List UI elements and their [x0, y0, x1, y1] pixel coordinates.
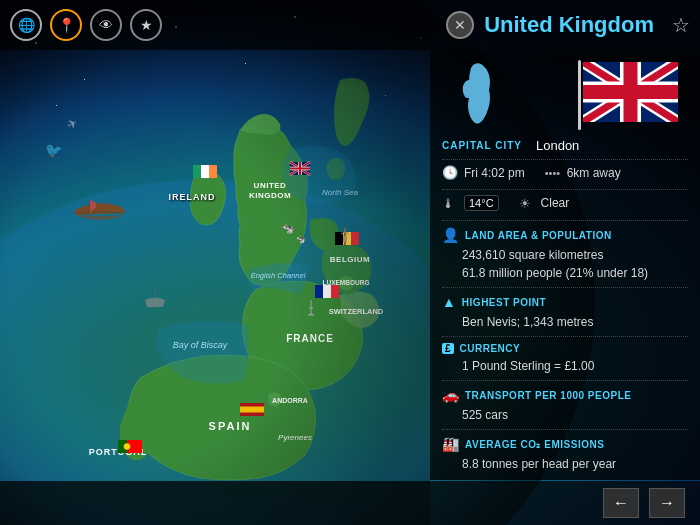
- transport-header: 🚗 TRANSPORT PER 1000 PEOPLE: [442, 387, 688, 403]
- top-navigation-bar: 🌐 📍 👁 ★ ✕ United Kingdom ☆: [0, 0, 700, 50]
- mountain-icon: ▲: [442, 294, 456, 310]
- capital-city-label: CAPITAL CITY: [442, 140, 522, 151]
- currency-label: CURRENCY: [460, 343, 521, 354]
- weather-value: Clear: [541, 196, 570, 210]
- clock-icon: 🕓: [442, 165, 458, 180]
- time-info: 🕓 Fri 4:02 pm: [442, 165, 525, 180]
- emissions-header: 🏭 AVERAGE CO₂ EMISSIONS: [442, 436, 688, 452]
- time-distance-row: 🕓 Fri 4:02 pm •••• 6km away: [442, 165, 688, 184]
- eye-nav-icon[interactable]: 👁: [90, 9, 122, 41]
- bookmark-button[interactable]: ☆: [672, 13, 690, 37]
- currency-header: £ CURRENCY: [442, 343, 688, 354]
- transport-icon: 🚗: [442, 387, 459, 403]
- bottom-navigation-bar: ← →: [0, 481, 700, 525]
- land-area-value: 243,610 square kilometres: [462, 246, 688, 264]
- distance-icon: ••••: [545, 167, 561, 179]
- next-country-button[interactable]: →: [649, 488, 685, 518]
- prev-country-button[interactable]: ←: [603, 488, 639, 518]
- weather-info: ☀ Clear: [519, 196, 570, 211]
- emissions-icon: 🏭: [442, 436, 459, 452]
- highest-point-label: HIGHEST POINT: [462, 297, 546, 308]
- time-value: Fri 4:02 pm: [464, 166, 525, 180]
- country-name-title: United Kingdom: [484, 12, 654, 38]
- country-visual-section: [442, 60, 688, 130]
- capital-city-value: London: [536, 138, 579, 153]
- emissions-value: 8.8 tonnes per head per year: [462, 455, 688, 473]
- currency-body: 1 Pound Sterling = £1.00: [442, 357, 688, 375]
- distance-info: •••• 6km away: [545, 166, 621, 180]
- highest-point-header: ▲ HIGHEST POINT: [442, 294, 688, 310]
- globe-nav-icon[interactable]: 🌐: [10, 9, 42, 41]
- currency-value: 1 Pound Sterling = £1.00: [462, 357, 688, 375]
- transport-body: 525 cars: [442, 406, 688, 424]
- highest-point-value: Ben Nevis; 1,343 metres: [462, 313, 688, 331]
- population-value: 61.8 million people (21% under 18): [462, 264, 688, 282]
- capital-city-section: CAPITAL CITY London: [442, 138, 688, 153]
- country-title-section: ✕ United Kingdom ☆: [446, 11, 690, 39]
- location-nav-icon[interactable]: 📍: [50, 9, 82, 41]
- close-button[interactable]: ✕: [446, 11, 474, 39]
- svg-rect-61: [583, 85, 678, 99]
- emissions-body: 8.8 tonnes per head per year: [442, 455, 688, 473]
- transport-value: 525 cars: [462, 406, 688, 424]
- land-area-body: 243,610 square kilometres 61.8 million p…: [442, 246, 688, 282]
- highest-point-body: Ben Nevis; 1,343 metres: [442, 313, 688, 331]
- nav-icons-group: 🌐 📍 👁 ★: [10, 9, 162, 41]
- thermometer-icon: 🌡: [442, 196, 458, 211]
- country-flag: [578, 60, 688, 130]
- currency-icon: £: [442, 343, 454, 354]
- country-map-shape: [442, 60, 512, 130]
- country-info-panel: CAPITAL CITY London 🕓 Fri 4:02 pm •••• 6…: [430, 50, 700, 480]
- land-area-icon: 👤: [442, 227, 459, 243]
- weather-row: 🌡 14°C ☀ Clear: [442, 195, 688, 215]
- transport-label: TRANSPORT PER 1000 PEOPLE: [465, 390, 631, 401]
- land-area-header: 👤 LAND AREA & POPULATION: [442, 227, 688, 243]
- favorites-nav-icon[interactable]: ★: [130, 9, 162, 41]
- temperature-info: 🌡 14°C: [442, 195, 499, 211]
- sun-icon: ☀: [519, 196, 535, 211]
- emissions-label: AVERAGE CO₂ EMISSIONS: [465, 439, 604, 450]
- distance-value: 6km away: [567, 166, 621, 180]
- land-area-label: LAND AREA & POPULATION: [465, 230, 612, 241]
- temperature-value: 14°C: [464, 195, 499, 211]
